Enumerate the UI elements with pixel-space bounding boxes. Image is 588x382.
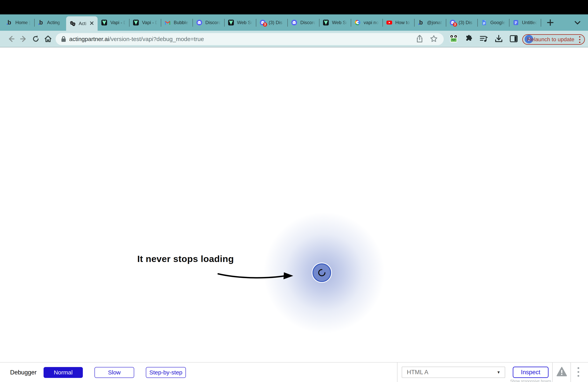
tab[interactable]: Vapi - D	[98, 14, 129, 31]
tab-title: Bubble	[174, 20, 189, 25]
svg-text:b: b	[8, 20, 11, 26]
tab-title: Web Sn	[332, 20, 348, 25]
gmail-icon	[165, 20, 171, 26]
tab[interactable]: vapi no	[351, 14, 383, 31]
element-dropdown-value: HTML A	[407, 369, 497, 376]
tab-title: Vapi - D	[110, 20, 126, 25]
vapi-icon	[228, 20, 234, 26]
tab-title: (3) Dis	[269, 20, 285, 25]
tab-title: Vapi - D	[142, 20, 158, 25]
divider	[570, 362, 571, 382]
tab[interactable]: Bubble	[161, 14, 193, 31]
tab[interactable]: b@jonat	[414, 14, 446, 31]
mode-button-step-by-step[interactable]: Step-by-step	[146, 367, 186, 378]
tab-title: How to	[395, 20, 411, 25]
new-tab-button[interactable]	[546, 18, 555, 27]
divider	[552, 362, 553, 382]
tab[interactable]: 3(3) Dis	[446, 14, 478, 31]
reload-icon[interactable]	[32, 35, 40, 43]
discord-icon	[291, 20, 297, 26]
tab-bar: bHome |bActingActiVapi - DVapi - DBubble…	[0, 14, 588, 31]
mode-button-slow[interactable]: Slow	[94, 367, 134, 378]
lock-icon[interactable]	[61, 36, 66, 42]
tab-close-icon[interactable]	[89, 21, 94, 27]
extensions-puzzle-icon[interactable]	[465, 35, 473, 43]
tab-title: @jonat	[427, 20, 443, 25]
mode-button-normal[interactable]: Normal	[43, 367, 83, 378]
tab-strip: bHome |bActingActiVapi - DVapi - DBubble…	[3, 14, 541, 31]
tab[interactable]: bActing	[34, 14, 66, 31]
docs-solid-icon	[513, 20, 519, 26]
inspect-button[interactable]: Inspect	[513, 367, 548, 378]
side-panel-icon[interactable]	[509, 35, 518, 43]
youtube-icon	[386, 20, 392, 26]
tab[interactable]: 3(3) Dis	[256, 14, 288, 31]
address-bar[interactable]: actingpartner.ai/version-test/vapi?debug…	[56, 33, 444, 45]
element-dropdown[interactable]: HTML A ▼	[402, 367, 505, 378]
url-text: actingpartner.ai/version-test/vapi?debug…	[69, 36, 204, 42]
tab-title: (3) Dis	[459, 20, 475, 25]
annotation-arrow	[217, 269, 295, 283]
inspect-hint: Show responsive boxes	[497, 379, 564, 382]
download-icon[interactable]	[495, 35, 503, 43]
share-icon[interactable]	[416, 35, 423, 43]
media-playlist-icon[interactable]	[480, 35, 488, 43]
home-icon[interactable]	[44, 35, 52, 43]
tab[interactable]: Web Sn	[224, 14, 256, 31]
debugger-bar: Debugger Normal Slow Step-by-step HTML A…	[0, 362, 588, 382]
relaunch-to-update-button[interactable]: Relaunch to update	[522, 34, 585, 45]
tab-search-chevron-icon[interactable]	[574, 20, 581, 26]
web-page-content: It never stops loading The page is highe…	[0, 47, 588, 362]
tab-title: vapi no	[364, 20, 379, 25]
bubble-icon: b	[418, 20, 424, 26]
discord-icon: 3	[260, 20, 266, 26]
tab[interactable]: Untitled	[509, 14, 541, 31]
discord-icon	[196, 20, 202, 26]
browser-toolbar: actingpartner.ai/version-test/vapi?debug…	[0, 31, 588, 47]
tab[interactable]: Vapi - D	[129, 14, 161, 31]
divider	[397, 362, 398, 382]
tab[interactable]: Web Sn	[319, 14, 351, 31]
tab-title: Acti	[79, 21, 88, 26]
debugger-label: Debugger	[10, 369, 37, 376]
tab-title: Discord	[300, 20, 316, 25]
debugger-menu-kebab-icon[interactable]	[578, 367, 579, 377]
tab[interactable]: Discord	[288, 14, 319, 31]
tab-title: Google	[490, 20, 506, 25]
notification-badge: 3	[263, 22, 267, 27]
vapi-icon	[323, 20, 329, 26]
tab[interactable]: How to	[383, 14, 414, 31]
docs-icon	[481, 20, 487, 26]
browser-menu-kebab-icon[interactable]	[579, 36, 580, 43]
tab[interactable]: Discord	[193, 14, 224, 31]
bubble-icon: b	[6, 20, 12, 26]
masks-icon	[70, 21, 76, 27]
tab[interactable]: bHome |	[3, 14, 34, 31]
tab-title: Acting	[47, 20, 63, 25]
google-icon	[355, 20, 361, 26]
tab[interactable]: Acti	[66, 16, 98, 31]
tab[interactable]: Google	[478, 14, 509, 31]
bookmark-star-icon[interactable]	[430, 35, 438, 43]
forward-icon[interactable]	[20, 35, 28, 43]
discord-icon: 3	[450, 20, 456, 26]
page-title: It never stops loading	[137, 254, 234, 264]
vapi-icon	[133, 20, 139, 26]
tab-title: Home |	[15, 20, 31, 25]
bubble-icon: b	[38, 20, 44, 26]
warning-icon[interactable]	[556, 367, 567, 377]
notification-badge: 3	[453, 22, 457, 27]
back-icon[interactable]	[7, 35, 15, 43]
svg-text:b: b	[419, 20, 423, 26]
tab-title: Untitled	[522, 20, 538, 25]
loading-spinner	[313, 263, 331, 282]
svg-text:b: b	[39, 20, 43, 26]
dropdown-caret-icon: ▼	[497, 370, 501, 375]
tab-title: Discord	[205, 20, 221, 25]
relaunch-label: Relaunch to update	[527, 36, 579, 42]
vapi-icon	[101, 20, 107, 26]
frog-extension-icon[interactable]	[449, 34, 458, 44]
tab-title: Web Sn	[237, 20, 253, 25]
menu-bar-strip	[0, 0, 588, 14]
